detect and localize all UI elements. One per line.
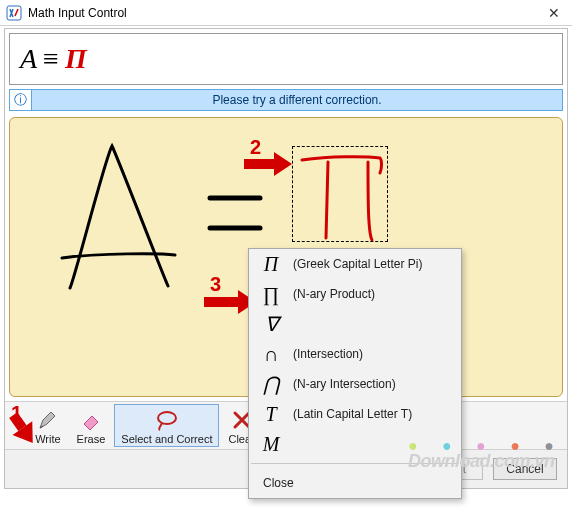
app-icon: [6, 5, 22, 21]
correction-option[interactable]: ∏ (N-ary Product): [249, 279, 461, 309]
message-bar: ⓘ Please try a different correction.: [9, 89, 563, 111]
symbol-desc: (N-ary Intersection): [293, 377, 396, 391]
equation-preview: A ≡ Π: [9, 33, 563, 85]
window-title: Math Input Control: [28, 6, 542, 20]
message-text: Please try a different correction.: [32, 93, 562, 107]
symbol-nabla: ∇: [259, 312, 283, 336]
symbol-pi: Π: [259, 253, 283, 276]
preview-A: A: [20, 43, 37, 75]
symbol-nary-product: ∏: [259, 283, 283, 306]
tool-erase-label: Erase: [77, 433, 106, 445]
info-icon: ⓘ: [10, 90, 32, 110]
popup-close[interactable]: Close: [249, 468, 461, 498]
symbol-desc: (Greek Capital Letter Pi): [293, 257, 422, 271]
lasso-icon: [154, 407, 180, 433]
symbol-capital-t: T: [259, 403, 283, 426]
svg-point-1: [158, 412, 176, 424]
correction-option[interactable]: Π (Greek Capital Letter Pi): [249, 249, 461, 279]
symbol-nary-intersection: ⋂: [259, 372, 283, 396]
tool-erase[interactable]: Erase: [70, 404, 113, 447]
preview-pi: Π: [65, 43, 87, 75]
watermark: Download.com.vn: [408, 437, 564, 472]
symbol-capital-m: M: [259, 433, 283, 456]
correction-option[interactable]: T (Latin Capital Letter T): [249, 399, 461, 429]
correction-option[interactable]: ⋂ (N-ary Intersection): [249, 369, 461, 399]
correction-option[interactable]: ∩ (Intersection): [249, 339, 461, 369]
close-icon[interactable]: ✕: [542, 5, 566, 21]
correction-option[interactable]: ∇: [249, 309, 461, 339]
tool-select-correct[interactable]: Select and Correct: [114, 404, 219, 447]
eraser-icon: [80, 407, 102, 433]
symbol-intersection: ∩: [259, 343, 283, 366]
selection-box[interactable]: [292, 146, 388, 242]
symbol-desc: (Intersection): [293, 347, 363, 361]
titlebar: Math Input Control ✕: [0, 0, 572, 26]
arrow-icon: [244, 152, 292, 176]
tool-select-correct-label: Select and Correct: [121, 433, 212, 445]
svg-rect-0: [7, 6, 21, 20]
symbol-desc: (Latin Capital Letter T): [293, 407, 412, 421]
pen-icon: [37, 407, 59, 433]
popup-close-label: Close: [263, 476, 294, 490]
symbol-desc: (N-ary Product): [293, 287, 375, 301]
preview-equiv: ≡: [43, 43, 59, 75]
